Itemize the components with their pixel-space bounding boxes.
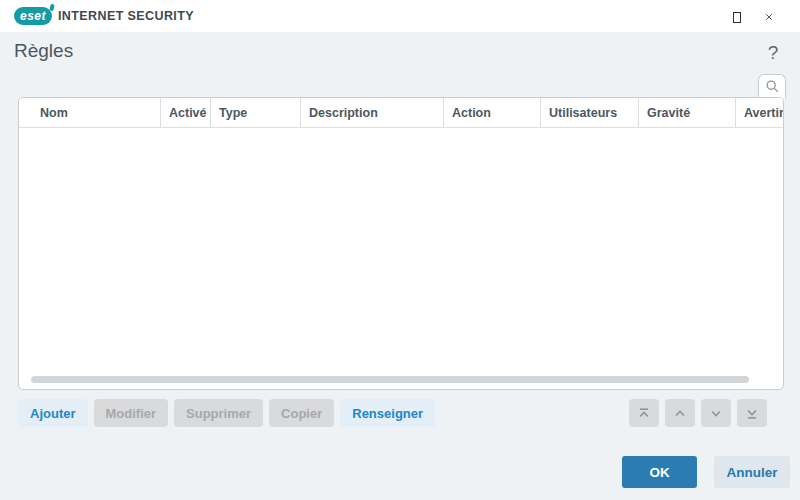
move-button-group <box>629 399 767 427</box>
titlebar: eset INTERNET SECURITY <box>0 0 800 32</box>
eset-logo: eset <box>14 7 52 25</box>
help-button[interactable]: ? <box>762 41 784 65</box>
eset-logo-mark-icon <box>49 4 55 12</box>
move-down-button <box>701 399 731 427</box>
move-to-top-button <box>629 399 659 427</box>
product-name: INTERNET SECURITY <box>58 9 194 23</box>
table-header-row: Nom Activé Type Description Action Utili… <box>19 98 783 128</box>
toolbar: Ajouter Modifier Supprimer Copier Rensei… <box>18 399 435 427</box>
search-button[interactable] <box>758 74 786 98</box>
cancel-button[interactable]: Annuler <box>714 456 790 488</box>
horizontal-scrollbar[interactable] <box>31 376 749 383</box>
column-header-gravite[interactable]: Gravité <box>639 98 736 127</box>
fill-button[interactable]: Renseigner <box>340 399 435 427</box>
table-body-empty <box>19 128 783 354</box>
close-icon <box>765 10 773 24</box>
delete-button: Supprimer <box>174 399 263 427</box>
ok-button[interactable]: OK <box>622 456 697 488</box>
maximize-button[interactable] <box>727 7 747 27</box>
add-button[interactable]: Ajouter <box>18 399 88 427</box>
move-up-button <box>665 399 695 427</box>
move-up-icon <box>673 407 687 420</box>
search-icon <box>765 79 780 94</box>
edit-button: Modifier <box>94 399 169 427</box>
column-header-description[interactable]: Description <box>301 98 444 127</box>
move-to-bottom-button <box>737 399 767 427</box>
column-header-active[interactable]: Activé <box>161 98 211 127</box>
move-to-bottom-icon <box>745 407 759 420</box>
column-header-utilisateurs[interactable]: Utilisateurs <box>541 98 639 127</box>
maximize-icon <box>733 12 741 23</box>
copy-button: Copier <box>269 399 334 427</box>
rules-table: Nom Activé Type Description Action Utili… <box>18 97 784 390</box>
close-button[interactable] <box>759 7 779 27</box>
column-header-type[interactable]: Type <box>211 98 301 127</box>
eset-rules-window: eset INTERNET SECURITY Règles ? Nom Acti… <box>0 0 800 500</box>
move-down-icon <box>709 407 723 420</box>
move-to-top-icon <box>637 407 651 420</box>
column-header-action[interactable]: Action <box>444 98 541 127</box>
column-header-nom[interactable]: Nom <box>19 98 161 127</box>
column-header-avertir[interactable]: Avertir l <box>736 98 783 127</box>
page-title: Règles <box>14 40 73 62</box>
